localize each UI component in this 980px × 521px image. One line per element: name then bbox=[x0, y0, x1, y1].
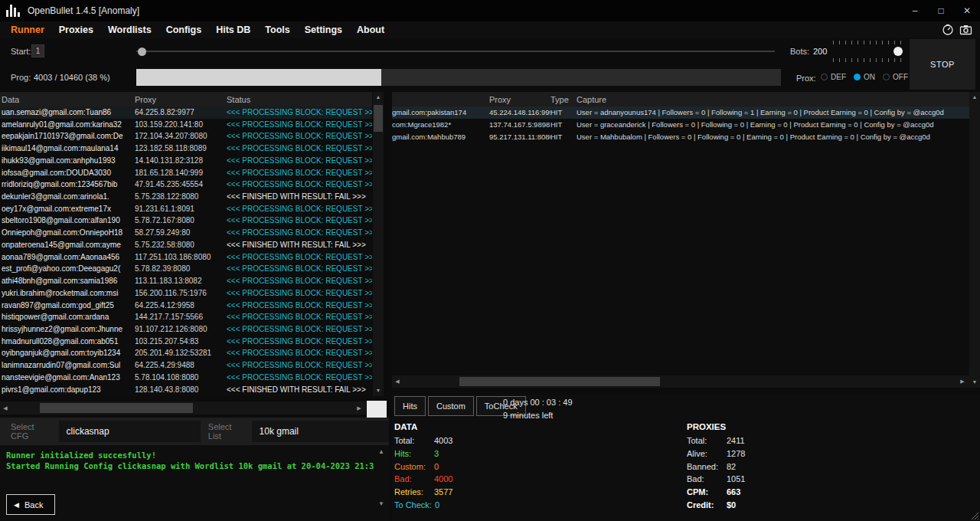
selected-wordlist[interactable]: 10k gmail bbox=[252, 421, 389, 442]
col-data[interactable]: Data bbox=[0, 95, 133, 104]
table-row[interactable]: amelanruly01@gmail.com:karina32 103.159.… bbox=[0, 119, 372, 131]
results-tab[interactable]: Custom bbox=[428, 396, 474, 416]
close-icon[interactable]: ✕ bbox=[954, 0, 980, 21]
radio-icon[interactable] bbox=[854, 74, 861, 80]
hits-table-vscrollbar[interactable]: ▲ ▼ bbox=[969, 92, 980, 388]
menu-item[interactable]: Settings bbox=[305, 25, 342, 35]
start-input[interactable] bbox=[31, 44, 44, 57]
table-row[interactable]: histiqpower@gmail.com:ardana 144.217.7.1… bbox=[0, 311, 372, 323]
hits-table-hscrollbar[interactable]: ◀ ▶ bbox=[392, 375, 969, 388]
scroll-down-icon[interactable]: ▼ bbox=[373, 385, 384, 396]
col-proxy[interactable]: Proxy bbox=[133, 95, 225, 104]
col-capture[interactable]: Capture bbox=[577, 95, 969, 104]
table-row[interactable]: lanimnazarrudin07@gmail.com:Sul 64.225.4… bbox=[0, 359, 372, 372]
table-row[interactable]: dekunler3@gmail.com:arinola1. 5.75.238.1… bbox=[0, 191, 372, 203]
table-row[interactable]: aonaa789@gmail.com:Aaonaa456 117.251.103… bbox=[0, 251, 372, 264]
resize-grip[interactable] bbox=[969, 510, 978, 519]
prox-radio-option[interactable]: ON bbox=[854, 73, 875, 81]
stat-label: Total: bbox=[394, 434, 431, 447]
scroll-right-icon[interactable]: ▶ bbox=[354, 403, 364, 414]
slider-thumb[interactable] bbox=[138, 48, 146, 56]
table-row[interactable]: oyibnganjuk@gmail.com:toyib1234 205.201.… bbox=[0, 347, 372, 359]
table-row[interactable]: ihukk93@gmail.com:anhphu1993 14.140.131.… bbox=[0, 155, 372, 167]
scroll-up-icon[interactable]: ▲ bbox=[969, 92, 980, 103]
table-row[interactable]: yukri.ibrahim@rocketmail.com:msi 156.200… bbox=[0, 287, 372, 300]
left-table-hscrollbar[interactable]: ◀ ▶ bbox=[0, 401, 366, 415]
table-row[interactable]: iofssa@gmail.com:DOUDA3030 181.65.128.14… bbox=[0, 167, 372, 179]
vscroll-thumb[interactable] bbox=[374, 105, 383, 132]
hscroll-thumb[interactable] bbox=[40, 403, 193, 413]
stop-button[interactable]: STOP bbox=[910, 39, 975, 90]
radio-icon[interactable] bbox=[883, 74, 890, 80]
table-row[interactable]: ravan897@gmail.com:god_gift25 64.225.4.1… bbox=[0, 300, 372, 312]
window-controls: – □ ✕ bbox=[902, 0, 980, 21]
radio-icon[interactable] bbox=[821, 74, 828, 80]
maximize-icon[interactable]: □ bbox=[928, 0, 954, 21]
scroll-right-icon[interactable]: ▶ bbox=[957, 376, 968, 387]
table-row[interactable]: rridloriziq@gmail.com:1234567bib 47.91.4… bbox=[0, 179, 372, 191]
hit-data: gmail.com:Mahbub789 bbox=[392, 131, 489, 143]
table-row[interactable]: hrissyjhunnez2@gmail.com:Jhunne 91.107.2… bbox=[0, 323, 372, 336]
prox-radio-option[interactable]: DEF bbox=[821, 73, 846, 81]
left-table-vscrollbar[interactable]: ▲ ▼ bbox=[373, 92, 384, 396]
row-data: ravan897@gmail.com:god_gift25 bbox=[0, 300, 133, 312]
hscroll-thumb[interactable] bbox=[459, 377, 660, 386]
col-proxy[interactable]: Proxy bbox=[489, 95, 550, 104]
minimize-icon[interactable]: – bbox=[902, 0, 928, 21]
gauge-icon[interactable] bbox=[942, 24, 954, 36]
table-row[interactable]: oey17x@gmail.com:extreme17x 91.231.61.1:… bbox=[0, 203, 372, 215]
stat-label: Bad: bbox=[687, 473, 724, 486]
table-row[interactable]: eepakjain17101973@gmail.com:De 172.104.3… bbox=[0, 130, 372, 143]
selected-config[interactable]: clickasnap bbox=[59, 421, 201, 442]
table-row[interactable]: hmadnurull028@gmail.com:ab051 103.215.20… bbox=[0, 336, 372, 348]
menu-item[interactable]: Tools bbox=[265, 25, 289, 35]
scroll-left-icon[interactable]: ◀ bbox=[0, 403, 11, 414]
row-data: histiqpower@gmail.com:ardana bbox=[0, 311, 133, 323]
row-status: <<< PROCESSING BLOCK: REQUEST >>> bbox=[225, 372, 372, 384]
stat-row: Total:2411 bbox=[687, 434, 745, 447]
table-row[interactable]: athi48bnh@gmail.com:samia1986 113.11.183… bbox=[0, 275, 372, 287]
scroll-left-icon[interactable]: ◀ bbox=[392, 376, 403, 387]
prox-label: Prox: bbox=[796, 74, 816, 83]
menu-item[interactable]: Wordlists bbox=[108, 25, 152, 35]
menu-item[interactable]: About bbox=[357, 25, 384, 35]
row-proxy: 47.91.45.235:45554 bbox=[133, 179, 225, 191]
bots-slider[interactable] bbox=[833, 41, 906, 62]
table-row[interactable]: est_profi@yahoo.com:Deeagagu2( 5.78.82.3… bbox=[0, 263, 372, 275]
menu-item[interactable]: Proxies bbox=[59, 25, 93, 35]
table-row[interactable]: sbeltoro1908@gmail.com:alfan190 5.78.72.… bbox=[0, 215, 372, 227]
menu-item[interactable]: Configs bbox=[166, 25, 202, 35]
scroll-up-icon[interactable]: ▲ bbox=[373, 92, 384, 103]
log-scroll-down-icon[interactable]: ▼ bbox=[378, 500, 384, 507]
hit-row[interactable]: gmail.com:pakistan174 45.224.148.116:999… bbox=[392, 106, 969, 119]
table-row[interactable]: Onniepoh@gmail.com:OnniepoH18 58.27.59.2… bbox=[0, 227, 372, 239]
table-row[interactable]: nansteevigie@gmail.com:Anan123 5.78.104.… bbox=[0, 372, 372, 384]
row-data: aonaa789@gmail.com:Aaonaa456 bbox=[0, 251, 133, 264]
results-tab[interactable]: Hits bbox=[394, 396, 426, 416]
table-row[interactable]: uan.semazi@gmail.com:Tuan86 64.225.8.82:… bbox=[0, 106, 372, 119]
table-row[interactable]: pivrs1@gmail.com:dapup123 128.140.43.8:8… bbox=[0, 384, 372, 396]
start-slider[interactable] bbox=[136, 46, 775, 57]
row-proxy: 113.11.183.13:8082 bbox=[133, 275, 225, 287]
prox-radio-option[interactable]: OFF bbox=[883, 73, 908, 81]
row-proxy: 5.78.72.167:8080 bbox=[133, 215, 225, 227]
progress-bar bbox=[136, 69, 781, 86]
col-type[interactable]: Type bbox=[550, 95, 577, 104]
hit-row[interactable]: com:Mgrace1982* 137.74.167.5:9898 HIT Us… bbox=[392, 119, 969, 131]
proxy-stats-rows: Total:2411 Alive:1278 Banned:82 Bad:1051… bbox=[687, 434, 745, 512]
camera-icon[interactable] bbox=[959, 24, 972, 36]
scroll-down-icon[interactable]: ▼ bbox=[969, 377, 980, 388]
menu-item[interactable]: Runner bbox=[11, 25, 44, 35]
hit-row[interactable]: gmail.com:Mahbub789 95.217.131.11:8080 H… bbox=[392, 131, 969, 143]
hit-data: gmail.com:pakistan174 bbox=[392, 106, 489, 119]
bots-slider-thumb[interactable] bbox=[893, 47, 903, 56]
radio-label: ON bbox=[864, 73, 875, 81]
menu-item[interactable]: Hits DB bbox=[216, 25, 250, 35]
table-row[interactable]: iikimaul14@gmail.com:maulana14 123.182.5… bbox=[0, 143, 372, 155]
col-status[interactable]: Status bbox=[225, 95, 372, 104]
stat-row: Custom:0 bbox=[394, 460, 452, 473]
log-scroll-up-icon[interactable]: ▲ bbox=[378, 448, 384, 455]
table-row[interactable]: onpateroena145@gmail.com:ayme 5.75.232.5… bbox=[0, 239, 372, 251]
back-button[interactable]: ◀ Back bbox=[6, 494, 55, 515]
row-status: <<< FINISHED WITH RESULT: FAIL >>> bbox=[225, 239, 372, 251]
